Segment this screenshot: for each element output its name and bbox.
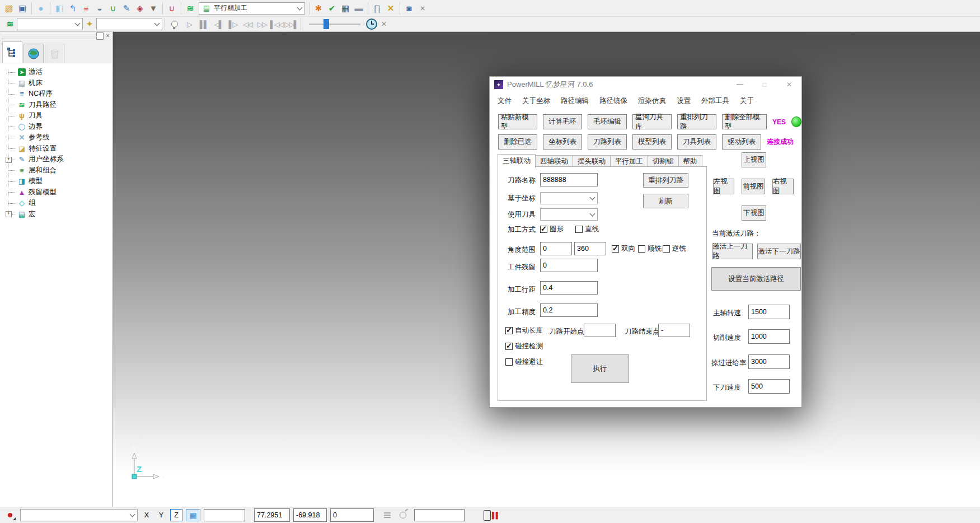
sort-list-icon[interactable] bbox=[384, 512, 391, 513]
view-left-button[interactable]: 左视图 bbox=[713, 179, 734, 194]
collision-avoid-checkbox[interactable]: 碰撞避让 bbox=[505, 357, 543, 367]
menu-path-mirror[interactable]: 路径镜像 bbox=[599, 96, 627, 106]
block-edit-button[interactable]: 毛坯编辑 bbox=[588, 114, 627, 129]
strategy-combo[interactable]: 平行精加工 bbox=[199, 2, 305, 15]
tool-list-button[interactable]: 刀具列表 bbox=[677, 134, 716, 150]
go-start-icon[interactable]: ▌◁◁ bbox=[269, 18, 284, 30]
record-icon[interactable] bbox=[3, 509, 17, 521]
panel-close-icon[interactable]: ✕ bbox=[105, 32, 111, 39]
rewind-icon[interactable]: ◁◁ bbox=[240, 18, 255, 30]
tree-item-patterns[interactable]: 参考线 bbox=[3, 132, 112, 143]
sim-tool-combo[interactable] bbox=[96, 18, 162, 30]
climb-checkbox[interactable]: 顺铣 bbox=[638, 244, 662, 254]
block-model-icon[interactable] bbox=[53, 2, 66, 15]
tree-item-tools[interactable]: 刀具 bbox=[3, 110, 112, 122]
tab-explorer-recycle[interactable] bbox=[45, 44, 65, 63]
view-bottom-button[interactable]: 下视图 bbox=[742, 206, 766, 221]
tool-library-button[interactable]: 星河刀具库 bbox=[632, 114, 672, 129]
tool-pair-icon[interactable] bbox=[371, 2, 384, 15]
calculator-icon[interactable] bbox=[339, 2, 352, 15]
close-icon[interactable]: ✕ bbox=[777, 77, 801, 92]
base-coord-combo[interactable] bbox=[540, 192, 598, 204]
fast-forward-icon[interactable]: ▷▷ bbox=[255, 18, 269, 30]
tool-verify-icon[interactable] bbox=[325, 2, 339, 15]
sim-toolpath-combo[interactable] bbox=[17, 18, 83, 30]
menu-file[interactable]: 文件 bbox=[498, 96, 512, 106]
open-project-icon[interactable] bbox=[2, 2, 16, 15]
tree-item-groups[interactable]: 组 bbox=[3, 198, 112, 209]
tolerance-input[interactable] bbox=[540, 303, 598, 317]
tree-item-machine[interactable]: 机床 bbox=[3, 78, 112, 89]
coord-z-input[interactable] bbox=[330, 508, 374, 522]
menu-coords[interactable]: 关于坐标 bbox=[522, 96, 550, 106]
tree-item-toolpaths[interactable]: 刀具路径 bbox=[3, 100, 112, 111]
measure-icon[interactable] bbox=[352, 2, 365, 15]
activate-prev-button[interactable]: 激活上一刀路 bbox=[712, 244, 753, 259]
points-icon[interactable] bbox=[133, 2, 147, 15]
delete-selected-button[interactable]: 删除已选 bbox=[498, 134, 537, 150]
panel-float-icon[interactable] bbox=[96, 32, 104, 40]
device-icon[interactable] bbox=[484, 510, 491, 521]
expand-icon[interactable]: + bbox=[6, 211, 12, 217]
mode-line-checkbox[interactable]: 直线 bbox=[575, 225, 599, 234]
save-project-icon[interactable] bbox=[16, 2, 29, 15]
set-active-path-button[interactable]: 设置当前激活路径 bbox=[711, 267, 801, 291]
toolpath-list-button[interactable]: 刀路列表 bbox=[588, 134, 627, 150]
model-list-button[interactable]: 模型列表 bbox=[632, 134, 672, 150]
axis-z-button[interactable]: Z bbox=[170, 509, 182, 521]
spindle-speed-input[interactable] bbox=[748, 305, 790, 319]
tree-item-macros[interactable]: +宏 bbox=[3, 209, 112, 220]
start-point-input[interactable] bbox=[584, 324, 616, 337]
step-back-icon[interactable]: ◁▌ bbox=[211, 18, 226, 30]
axis-x-button[interactable]: X bbox=[141, 510, 152, 521]
tree-item-workplanes[interactable]: +用户坐标系 bbox=[3, 154, 112, 165]
fixture-icon[interactable] bbox=[34, 2, 48, 15]
menu-render-sim[interactable]: 渲染仿真 bbox=[638, 96, 666, 106]
tool-icon[interactable] bbox=[93, 2, 106, 15]
bidirectional-checkbox[interactable]: 双向 bbox=[612, 244, 635, 254]
slider-handle[interactable] bbox=[323, 19, 329, 29]
auto-length-checkbox[interactable]: 自动长度 bbox=[505, 326, 543, 335]
paste-new-model-button[interactable]: 粘贴新模型 bbox=[498, 114, 537, 129]
toolbar-close-icon[interactable] bbox=[416, 2, 429, 15]
grid-toggle-icon[interactable]: ▦ bbox=[186, 509, 200, 521]
clock-icon[interactable] bbox=[366, 18, 377, 30]
angle-to-input[interactable] bbox=[574, 242, 606, 255]
coord-list-button[interactable]: 坐标列表 bbox=[543, 134, 582, 150]
panel-grip[interactable]: ✕ bbox=[0, 32, 112, 40]
toolpath-name-input[interactable] bbox=[540, 173, 598, 186]
status-field-2[interactable] bbox=[414, 509, 465, 521]
activate-next-button[interactable]: 激活下一刀路 bbox=[757, 244, 801, 259]
stock-input[interactable] bbox=[540, 259, 598, 272]
pause-icon[interactable]: ▌▌ bbox=[196, 18, 211, 30]
mode-circle-checkbox[interactable]: 圆形 bbox=[540, 225, 564, 234]
conventional-checkbox[interactable]: 逆铣 bbox=[663, 244, 686, 254]
end-point-input[interactable] bbox=[658, 324, 690, 337]
step-forward-icon[interactable]: ▌▷ bbox=[226, 18, 240, 30]
speed-slider[interactable] bbox=[309, 24, 360, 25]
tab-3axis[interactable]: 三轴联动 bbox=[498, 154, 536, 168]
menu-settings[interactable]: 设置 bbox=[677, 96, 691, 106]
pattern-icon[interactable] bbox=[120, 2, 133, 15]
tree-item-models[interactable]: 模型 bbox=[3, 176, 112, 187]
calc-block-button[interactable]: 计算毛坯 bbox=[543, 114, 582, 129]
minimize-icon[interactable]: — bbox=[728, 77, 752, 92]
collision-detect-checkbox[interactable]: 碰撞检测 bbox=[505, 342, 543, 351]
tree-item-levels[interactable]: 层和组合 bbox=[3, 165, 112, 176]
tab-explorer-tree[interactable] bbox=[2, 41, 22, 63]
reorder-toolpaths-button[interactable]: 重排列刀路 bbox=[677, 114, 716, 129]
view-right-button[interactable]: 右视图 bbox=[772, 179, 794, 194]
drive-list-button[interactable]: 驱动列表 bbox=[722, 134, 761, 150]
use-tool-combo[interactable] bbox=[540, 208, 598, 221]
leads-links-icon[interactable] bbox=[66, 2, 79, 15]
reorder-button[interactable]: 重排列刀路 bbox=[643, 173, 688, 188]
status-field-1[interactable] bbox=[204, 509, 245, 521]
tree-item-nc-programs[interactable]: NC程序 bbox=[3, 88, 112, 100]
sim-close-icon[interactable] bbox=[377, 17, 391, 31]
tree-item-feature-sets[interactable]: 特征设置 bbox=[3, 143, 112, 155]
view-front-button[interactable]: 前视图 bbox=[742, 179, 765, 194]
delete-model-icon[interactable] bbox=[147, 2, 160, 15]
coord-y-input[interactable] bbox=[293, 508, 327, 522]
probe-icon[interactable] bbox=[400, 512, 406, 519]
tool-holder-icon[interactable] bbox=[165, 2, 179, 15]
